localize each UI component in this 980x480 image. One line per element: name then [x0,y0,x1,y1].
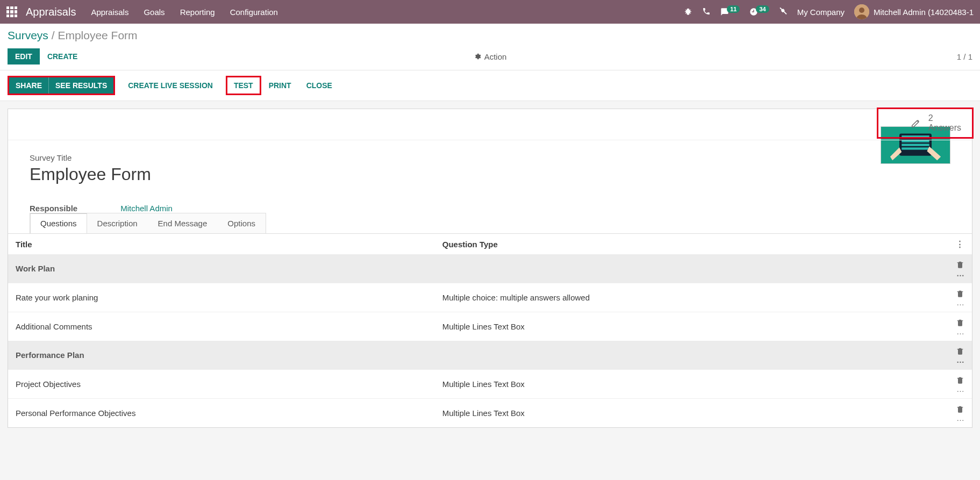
edit-button[interactable]: EDIT [8,48,40,65]
activity-icon[interactable]: 34 [749,8,769,16]
top-nav: Appraisals Appraisals Goals Reporting Co… [0,0,980,24]
chat-icon[interactable]: 11 [720,8,740,16]
section-title: Performance Plan [8,341,948,370]
answers-label: Answers [928,123,961,133]
responsible-value[interactable]: Mitchell Admin [120,204,173,213]
row-delete-icon[interactable]: … [948,341,972,370]
tab-description[interactable]: Description [87,213,148,233]
avatar [854,4,869,19]
breadcrumb: Surveys / Employee Form [8,29,972,42]
answers-stat-box[interactable]: 2 Answers [877,108,974,139]
see-results-button[interactable]: SEE RESULTS [48,77,113,94]
svg-rect-5 [902,140,929,142]
row-delete-icon[interactable]: … [948,283,972,312]
close-button[interactable]: CLOSE [299,77,340,94]
share-button[interactable]: SHARE [9,77,48,94]
status-bar: SHARE SEE RESULTS CREATE LIVE SESSION TE… [0,70,980,101]
menu-configuration[interactable]: Configuration [230,8,278,17]
tab-questions[interactable]: Questions [30,213,87,233]
crumb-parent[interactable]: Surveys [8,29,48,41]
survey-title: Employee Form [30,164,950,184]
phone-icon[interactable] [702,7,711,17]
row-delete-icon[interactable]: … [948,254,972,283]
table-section[interactable]: Work Plan… [8,254,972,283]
svg-point-1 [859,8,864,13]
activity-badge: 34 [756,5,769,13]
col-question-type[interactable]: Question Type [435,234,948,254]
create-live-session-button[interactable]: CREATE LIVE SESSION [120,77,220,94]
test-button[interactable]: TEST [228,77,259,94]
cell-title: Personal Performance Objectives [8,399,435,428]
table-row[interactable]: Personal Performance ObjectivesMultiple … [8,399,972,428]
table-row[interactable]: Rate your work planingMultiple choice: m… [8,283,972,312]
table-row[interactable]: Additional CommentsMultiple Lines Text B… [8,312,972,341]
row-delete-icon[interactable]: … [948,370,972,399]
cell-title: Rate your work planing [8,283,435,312]
tab-end-message[interactable]: End Message [148,213,218,233]
answers-count: 2 [928,113,961,123]
table-row[interactable]: Project ObjectivesMultiple Lines Text Bo… [8,370,972,399]
menu-goals[interactable]: Goals [144,8,164,17]
chat-badge: 11 [727,5,740,13]
col-menu-icon[interactable]: ⋮ [948,234,972,254]
responsible-label: Responsible [30,204,77,213]
action-dropdown[interactable]: Action [474,52,507,61]
cell-title: Project Objectives [8,370,435,399]
pager[interactable]: 1 / 1 [957,52,972,61]
cell-title: Additional Comments [8,312,435,341]
main-menu: Appraisals Goals Reporting Configuration [91,8,278,17]
company-name[interactable]: My Company [797,8,845,17]
survey-title-label: Survey Title [30,153,950,162]
table-section[interactable]: Performance Plan… [8,341,972,370]
cell-type: Multiple choice: multiple answers allowe… [435,283,948,312]
edit-icon [910,117,922,129]
user-label: Mitchell Admin (14020483-1 [874,8,974,17]
top-right: 11 34 My Company Mitchell Admin (1402048… [684,4,974,19]
svg-rect-7 [902,147,929,149]
svg-rect-6 [902,144,929,146]
menu-appraisals[interactable]: Appraisals [91,8,128,17]
cell-type: Multiple Lines Text Box [435,312,948,341]
col-title[interactable]: Title [8,234,435,254]
create-button[interactable]: CREATE [40,48,85,65]
form-sheet: 2 Answers Survey Title Employee Form Res… [8,109,972,428]
tab-options[interactable]: Options [217,213,266,233]
print-button[interactable]: PRINT [261,77,299,94]
tools-icon[interactable] [779,7,788,17]
row-delete-icon[interactable]: … [948,399,972,428]
user-menu[interactable]: Mitchell Admin (14020483-1 [854,4,974,19]
action-row: EDIT CREATE Action 1 / 1 [0,42,980,70]
questions-table: Title Question Type ⋮ Work Plan…Rate you… [8,233,972,427]
tabs: Questions Description End Message Option… [30,213,266,233]
crumb-current: Employee Form [58,29,137,41]
cell-type: Multiple Lines Text Box [435,399,948,428]
brand-title[interactable]: Appraisals [26,6,76,18]
breadcrumb-bar: Surveys / Employee Form [0,24,980,42]
section-title: Work Plan [8,254,948,283]
menu-reporting[interactable]: Reporting [180,8,215,17]
cell-type: Multiple Lines Text Box [435,370,948,399]
bug-icon[interactable] [684,7,692,17]
row-delete-icon[interactable]: … [948,312,972,341]
apps-icon[interactable] [6,6,17,17]
